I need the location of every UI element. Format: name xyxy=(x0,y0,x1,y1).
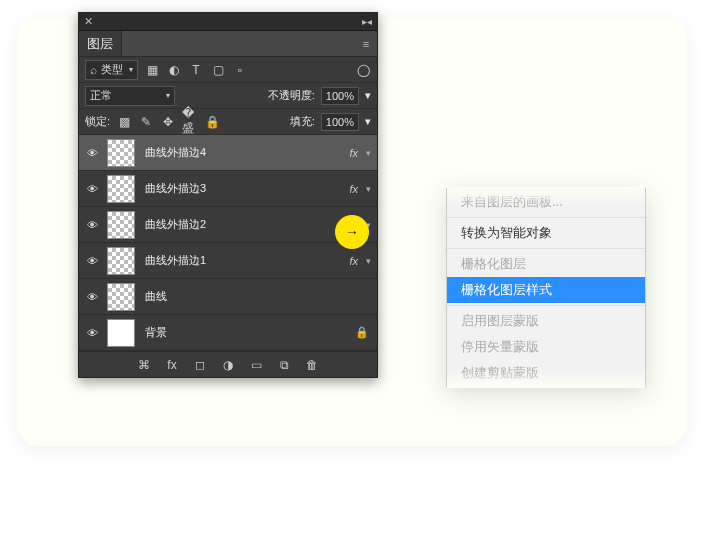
layer-row[interactable]: 👁背景🔒 xyxy=(79,315,377,351)
layer-thumbnail[interactable] xyxy=(107,283,135,311)
layer-name: 曲线外描边4 xyxy=(141,145,343,160)
filter-toggle-icon[interactable]: ◯ xyxy=(355,62,371,78)
new-layer-icon[interactable]: ⧉ xyxy=(276,357,292,373)
fx-icon[interactable]: fx xyxy=(164,357,180,373)
layer-name: 曲线外描边2 xyxy=(141,217,343,232)
panel-tab-layers[interactable]: 图层 xyxy=(79,31,122,56)
layer-row[interactable]: 👁曲线外描边2fx▾ xyxy=(79,207,377,243)
menu-separator xyxy=(447,217,645,218)
collapse-icon[interactable]: ▸◂ xyxy=(357,16,377,27)
menu-item: 栅格化图层 xyxy=(447,251,645,277)
panel-menu-icon[interactable]: ≡ xyxy=(355,38,377,50)
filter-text-icon[interactable]: T xyxy=(188,62,204,78)
card-background: ✕ ▸◂ 图层 ≡ 类型 ▾ ▦ ◐ T ▢ ▫ ◯ 正常 xyxy=(18,18,686,446)
menu-item: 停用矢量蒙版 xyxy=(447,334,645,360)
panel-title-row: 图层 ≡ xyxy=(79,31,377,57)
filter-adjust-icon[interactable]: ◐ xyxy=(166,62,182,78)
visibility-eye-icon[interactable]: 👁 xyxy=(83,219,101,231)
chevron-down-icon: ▾ xyxy=(166,91,170,100)
layer-name: 曲线外描边1 xyxy=(141,253,343,268)
fx-badge[interactable]: fx xyxy=(349,183,360,195)
adjustment-icon[interactable]: ◑ xyxy=(220,357,236,373)
opacity-value: 100% xyxy=(326,90,354,102)
mask-icon[interactable]: ◻ xyxy=(192,357,208,373)
filter-row: 类型 ▾ ▦ ◐ T ▢ ▫ ◯ xyxy=(79,57,377,83)
lock-all-icon[interactable]: 🔒 xyxy=(204,114,220,130)
layers-panel: ✕ ▸◂ 图层 ≡ 类型 ▾ ▦ ◐ T ▢ ▫ ◯ 正常 xyxy=(78,12,378,378)
layer-thumbnail[interactable] xyxy=(107,139,135,167)
layer-list: 👁曲线外描边4fx▾👁曲线外描边3fx▾👁曲线外描边2fx▾👁曲线外描边1fx▾… xyxy=(79,135,377,351)
filter-image-icon[interactable]: ▦ xyxy=(144,62,160,78)
filter-type-label: 类型 xyxy=(101,62,123,77)
menu-item[interactable]: 栅格化图层样式 xyxy=(447,277,645,303)
visibility-eye-icon[interactable]: 👁 xyxy=(83,255,101,267)
lock-pixels-icon[interactable]: ▩ xyxy=(116,114,132,130)
layer-thumbnail[interactable] xyxy=(107,211,135,239)
lock-label: 锁定: xyxy=(85,114,110,129)
opacity-label: 不透明度: xyxy=(268,88,315,103)
chevron-down-icon[interactable]: ▾ xyxy=(366,148,373,158)
layer-row[interactable]: 👁曲线外描边4fx▾ xyxy=(79,135,377,171)
chevron-down-icon: ▾ xyxy=(129,65,133,74)
filter-smart-icon[interactable]: ▫ xyxy=(232,62,248,78)
lock-brush-icon[interactable]: ✎ xyxy=(138,114,154,130)
blend-mode-value: 正常 xyxy=(90,88,112,103)
opacity-input[interactable]: 100% xyxy=(321,87,359,105)
visibility-eye-icon[interactable]: 👁 xyxy=(83,183,101,195)
menu-item: 来自图层的画板... xyxy=(447,189,645,215)
filter-shape-icon[interactable]: ▢ xyxy=(210,62,226,78)
visibility-eye-icon[interactable]: 👁 xyxy=(83,291,101,303)
lock-row: 锁定: ▩ ✎ ✥ �盛 🔒 填充: 100% ▾ xyxy=(79,109,377,135)
link-layers-icon[interactable]: ⌘ xyxy=(136,357,152,373)
layer-name: 曲线 xyxy=(141,289,373,304)
lock-move-icon[interactable]: ✥ xyxy=(160,114,176,130)
fill-label: 填充: xyxy=(290,114,315,129)
filter-type-select[interactable]: 类型 ▾ xyxy=(85,60,138,80)
visibility-eye-icon[interactable]: 👁 xyxy=(83,147,101,159)
menu-item[interactable]: 转换为智能对象 xyxy=(447,220,645,246)
fill-value: 100% xyxy=(326,116,354,128)
layer-thumbnail[interactable] xyxy=(107,319,135,347)
panel-top-bar: ✕ ▸◂ xyxy=(79,13,377,31)
context-menu: 来自图层的画板...转换为智能对象栅格化图层栅格化图层样式启用图层蒙版停用矢量蒙… xyxy=(446,188,646,387)
visibility-eye-icon[interactable]: 👁 xyxy=(83,327,101,339)
layer-row[interactable]: 👁曲线 xyxy=(79,279,377,315)
arrow-indicator xyxy=(335,215,369,249)
chevron-down-icon[interactable]: ▾ xyxy=(366,184,373,194)
menu-separator xyxy=(447,248,645,249)
layer-name: 背景 xyxy=(141,325,349,340)
layer-thumbnail[interactable] xyxy=(107,247,135,275)
menu-item: 启用图层蒙版 xyxy=(447,308,645,334)
menu-separator xyxy=(447,305,645,306)
layer-row[interactable]: 👁曲线外描边1fx▾ xyxy=(79,243,377,279)
chevron-down-icon[interactable]: ▾ xyxy=(366,256,373,266)
fx-badge[interactable]: fx xyxy=(349,255,360,267)
menu-item: 创建剪贴蒙版 xyxy=(447,360,645,386)
layer-name: 曲线外描边3 xyxy=(141,181,343,196)
blend-row: 正常 ▾ 不透明度: 100% ▾ xyxy=(79,83,377,109)
close-icon[interactable]: ✕ xyxy=(79,15,97,28)
chevron-down-icon[interactable]: ▾ xyxy=(365,115,371,128)
panel-title-text: 图层 xyxy=(87,35,113,53)
lock-artboard-icon[interactable]: �盛 xyxy=(182,114,198,130)
fx-badge[interactable]: fx xyxy=(349,147,360,159)
group-icon[interactable]: ▭ xyxy=(248,357,264,373)
chevron-down-icon[interactable]: ▾ xyxy=(365,89,371,102)
layer-thumbnail[interactable] xyxy=(107,175,135,203)
layer-row[interactable]: 👁曲线外描边3fx▾ xyxy=(79,171,377,207)
panel-footer: ⌘ fx ◻ ◑ ▭ ⧉ 🗑 xyxy=(79,351,377,377)
blend-mode-select[interactable]: 正常 ▾ xyxy=(85,86,175,106)
lock-icon: 🔒 xyxy=(355,326,373,339)
trash-icon[interactable]: 🗑 xyxy=(304,357,320,373)
fill-input[interactable]: 100% xyxy=(321,113,359,131)
